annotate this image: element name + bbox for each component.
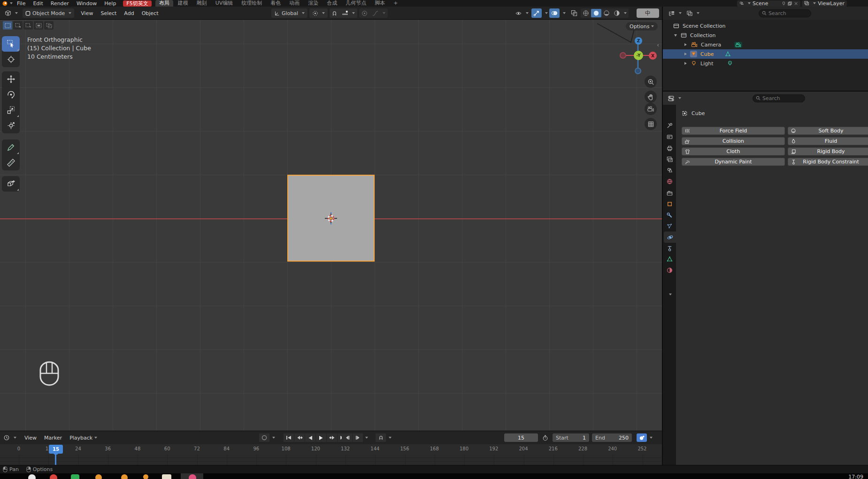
taskbar-app-icon[interactable]	[71, 474, 79, 479]
tab-strip-overflow-icon[interactable]	[663, 289, 676, 300]
sync-dropdown[interactable]	[650, 437, 653, 439]
add-cube-tool[interactable]	[2, 176, 20, 192]
timeline-menu-playback[interactable]: Playback	[66, 433, 101, 442]
proportional-editing-toggle[interactable]	[359, 8, 370, 18]
timeline-menu-view[interactable]: View	[21, 433, 40, 442]
viewlayer-field[interactable]: ViewLayer	[802, 0, 847, 7]
frame-forward-button[interactable]	[353, 433, 363, 442]
current-frame-field[interactable]: 15	[504, 433, 538, 442]
unlink-scene-icon[interactable]: ×	[794, 0, 798, 7]
menu-view[interactable]: View	[77, 8, 97, 18]
properties-search-input[interactable]	[762, 95, 802, 101]
taskbar-app-icon[interactable]	[50, 474, 57, 479]
scene-collection-row[interactable]: Scene Collection	[663, 21, 868, 31]
tab-object[interactable]	[663, 198, 676, 209]
zoom-button[interactable]	[645, 76, 657, 88]
snap-dropdown[interactable]	[389, 437, 392, 439]
camera-data-icon[interactable]	[734, 42, 742, 48]
viewport-3d[interactable]: Front Orthographic (15) Collection | Cub…	[0, 20, 662, 431]
fluid-button[interactable]: Fluid	[788, 137, 868, 145]
select-box-tool[interactable]	[2, 36, 20, 52]
mode-dropdown[interactable]: Object Mode	[23, 8, 74, 18]
tab-view-layer[interactable]	[663, 154, 676, 165]
frame-back-button[interactable]	[342, 433, 352, 442]
playhead-stem[interactable]	[55, 455, 56, 465]
menu-help[interactable]: Help	[101, 0, 119, 7]
editor-type-button[interactable]	[2, 8, 21, 18]
pan-button[interactable]	[645, 91, 657, 103]
tab-physics[interactable]	[664, 232, 676, 243]
tab-collection[interactable]	[663, 187, 676, 199]
select-mode-intersect-button[interactable]	[44, 21, 54, 30]
gizmo-dropdown[interactable]	[545, 12, 548, 14]
transform-orientation-dropdown[interactable]: Global	[271, 8, 307, 18]
tab-output[interactable]	[663, 142, 676, 154]
move-tool[interactable]	[2, 71, 20, 87]
options-dropdown[interactable]: Options	[626, 22, 658, 31]
shading-dropdown[interactable]	[624, 12, 627, 14]
use-preview-range-toggle[interactable]	[540, 433, 550, 442]
shading-wireframe-button[interactable]	[581, 9, 591, 17]
workspace-tab-animation[interactable]: 动画	[285, 0, 303, 7]
collection-row[interactable]: Collection	[663, 31, 868, 40]
show-gizmo-toggle[interactable]	[531, 8, 542, 18]
breadcrumb-object-name[interactable]: Cube	[691, 110, 705, 116]
menu-object[interactable]: Object	[138, 8, 162, 18]
workspace-tab-shading[interactable]: 着色	[267, 0, 284, 7]
rigid-body-button[interactable]: Rigid Body	[788, 147, 868, 155]
next-keyframe-button[interactable]	[327, 433, 337, 442]
expand-icon[interactable]	[684, 62, 687, 65]
light-row[interactable]: Light	[663, 59, 868, 68]
workspace-tab-compositing[interactable]: 合成	[323, 0, 341, 7]
blender-logo-icon[interactable]	[2, 0, 13, 7]
jump-to-start-button[interactable]	[284, 433, 294, 442]
cursor-tool[interactable]	[2, 52, 20, 67]
snap-toggle[interactable]	[330, 8, 339, 18]
xray-toggle[interactable]	[569, 8, 579, 18]
rotate-tool[interactable]	[2, 87, 20, 102]
end-frame-field[interactable]: End250	[592, 433, 632, 442]
annotate-tool[interactable]	[2, 139, 20, 155]
cloth-button[interactable]: Cloth	[682, 147, 785, 155]
rigid-body-constraint-button[interactable]: Rigid Body Constraint	[788, 158, 868, 166]
measure-tool[interactable]	[2, 155, 20, 170]
tab-world[interactable]	[663, 176, 676, 187]
outliner-display-mode-dropdown[interactable]	[668, 8, 683, 18]
dynamic-paint-button[interactable]: Dynamic Paint	[682, 158, 785, 166]
toggle-orthographic-button[interactable]	[645, 118, 657, 130]
shading-solid-button[interactable]	[591, 9, 601, 17]
overlays-dropdown[interactable]	[563, 12, 566, 14]
collision-button[interactable]: Collision	[682, 137, 785, 145]
add-workspace-button[interactable]: +	[390, 0, 401, 7]
properties-search[interactable]	[753, 94, 805, 102]
tab-particles[interactable]	[663, 220, 676, 232]
tab-render[interactable]	[663, 131, 676, 142]
timeline-editor-dropdown[interactable]	[2, 433, 18, 442]
camera-view-button[interactable]	[645, 103, 657, 115]
menu-window[interactable]: Window	[73, 0, 100, 7]
object-visibility-dropdown[interactable]	[514, 8, 530, 18]
workspace-tab-uv[interactable]: UV编辑	[212, 0, 237, 7]
taskbar-app-icon[interactable]	[143, 474, 148, 479]
gizmo-minus-x-axis[interactable]	[620, 52, 626, 59]
tab-tool[interactable]	[663, 120, 676, 131]
gizmo-z-axis[interactable]: Z	[635, 37, 642, 45]
outliner-search-input[interactable]	[768, 10, 808, 16]
shading-material-button[interactable]	[601, 9, 612, 17]
new-scene-icon[interactable]	[788, 1, 792, 6]
menu-file[interactable]: File	[14, 0, 29, 7]
frame-jump-dropdown[interactable]	[365, 437, 368, 439]
timeline-ruler[interactable]: 0122436486072849610812013214415616818019…	[0, 444, 662, 455]
taskbar-app-icon[interactable]	[121, 474, 128, 479]
outliner-search[interactable]	[759, 9, 811, 17]
expand-icon[interactable]	[684, 53, 687, 55]
tab-modifiers[interactable]	[663, 209, 676, 221]
tab-object-data[interactable]	[663, 253, 676, 264]
force-field-button[interactable]: Force Field	[682, 127, 785, 135]
timeline-tracks[interactable]	[0, 455, 662, 465]
shading-rendered-button[interactable]	[612, 9, 622, 17]
proportional-falloff-dropdown[interactable]	[370, 8, 388, 18]
expand-icon[interactable]	[684, 43, 687, 46]
show-overlays-toggle[interactable]	[549, 8, 560, 18]
gizmo-y-axis[interactable]: -Y	[634, 51, 643, 60]
